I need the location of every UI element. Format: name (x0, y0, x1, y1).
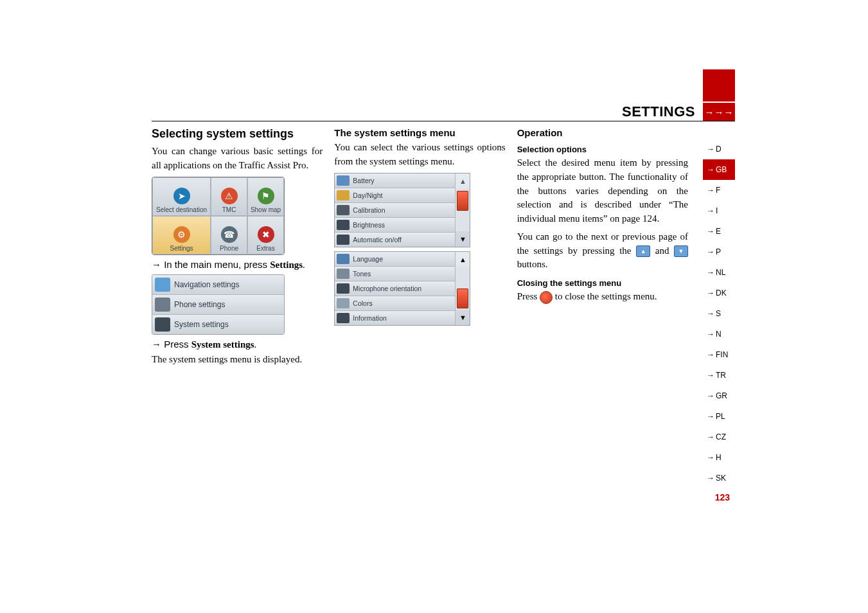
language-item-cz[interactable]: → CZ (703, 427, 735, 447)
sys-row-battery[interactable]: Battery (335, 173, 455, 188)
main-menu-label: Settings (170, 245, 193, 252)
main-menu-label: Show map (251, 206, 281, 213)
scroll-down-icon[interactable]: ▼ (456, 310, 470, 325)
step-arrow-icon: → Press (152, 339, 191, 350)
col1-result: The system settings menu is displayed. (152, 353, 323, 367)
arrow-right-icon: → (707, 474, 714, 483)
language-code: D (716, 145, 722, 154)
col1-heading: Selecting system settings (152, 127, 323, 141)
sys-row-calibration[interactable]: Calibration (335, 203, 455, 218)
selection-options-heading: Selection options (517, 145, 688, 154)
step2-post: . (254, 339, 257, 350)
scroll-up-icon[interactable]: ▲ (456, 173, 470, 189)
sys-row-brightness[interactable]: Brightness (335, 218, 455, 233)
scroll-track[interactable] (456, 189, 470, 231)
settings-row-icon (155, 317, 170, 332)
step-arrow-icon: → In the main menu, press (152, 259, 270, 270)
scroll-down-icon[interactable]: ▼ (456, 231, 470, 247)
arrow-up-icon: ▲ (636, 245, 650, 257)
col3-heading: Operation (517, 127, 688, 138)
sys-row-icon (337, 254, 350, 264)
language-item-e[interactable]: → E (703, 221, 735, 242)
scrollbar: ▲ ▼ (455, 173, 470, 247)
settings-row-phone-settings[interactable]: Phone settings (152, 295, 284, 315)
main-menu-cell-select-destination[interactable]: ➤Select destination (152, 177, 211, 216)
page-number: 123 (715, 492, 730, 502)
language-item-f[interactable]: → F (703, 180, 735, 200)
column-2: The system settings menu You can select … (334, 127, 505, 370)
sys-row-automatic-on/off[interactable]: Automatic on/off (335, 233, 455, 247)
settings-row-system-settings[interactable]: System settings (152, 315, 284, 334)
select-destination-icon: ➤ (173, 188, 190, 204)
main-menu-cell-show-map[interactable]: ⚑Show map (247, 177, 284, 216)
sys-row-icon (337, 298, 350, 308)
language-item-dk[interactable]: → DK (703, 283, 735, 303)
main-menu-label: Phone (220, 245, 238, 252)
sys-row-colors[interactable]: Colors (335, 296, 455, 311)
arrow-right-icon: → (707, 289, 714, 298)
col3-p2: Press to close the settings menu. (517, 290, 688, 304)
language-item-n[interactable]: → N (703, 324, 735, 344)
sys-row-tones[interactable]: Tones (335, 267, 455, 281)
main-menu-cell-phone[interactable]: ☎Phone (211, 216, 247, 254)
column-3: Operation Selection options Select the d… (517, 127, 688, 370)
main-menu-cell-settings[interactable]: ⚙Settings (152, 216, 211, 254)
p2-pre: Press (517, 291, 540, 301)
language-item-s[interactable]: → S (703, 303, 735, 324)
arrow-right-icon: → (707, 371, 714, 380)
main-menu-label: Extras (256, 245, 274, 252)
sys-row-label: Battery (353, 177, 374, 184)
settings-row-navigation-settings[interactable]: Navigation settings (152, 275, 284, 295)
settings-row-label: System settings (174, 320, 229, 329)
language-code: I (716, 206, 718, 215)
language-item-d[interactable]: → D (703, 139, 735, 159)
sys-row-icon (337, 235, 350, 245)
arrow-right-icon: → (707, 391, 714, 400)
sys-row-icon (337, 205, 350, 215)
scroll-thumb[interactable] (457, 289, 468, 308)
col1-step2: → Press System settings. (152, 339, 323, 350)
extras-icon: ✖ (258, 226, 274, 243)
sys-row-icon (337, 190, 350, 200)
main-menu-cell-extras[interactable]: ✖Extras (247, 216, 284, 254)
settings-row-label: Navigation settings (174, 280, 239, 289)
language-item-h[interactable]: → H (703, 447, 735, 468)
sys-row-label: Calibration (353, 206, 385, 214)
sys-row-information[interactable]: Information (335, 311, 455, 325)
language-item-p[interactable]: → P (703, 242, 735, 262)
settings-row-label: Phone settings (174, 300, 225, 309)
sys-row-day/night[interactable]: Day/Night (335, 188, 455, 203)
sys-row-language[interactable]: Language (335, 252, 455, 267)
arrow-right-icon: → (707, 330, 714, 339)
language-item-pl[interactable]: → PL (703, 406, 735, 427)
language-item-gr[interactable]: → GR (703, 386, 735, 406)
scroll-thumb[interactable] (457, 191, 468, 211)
sys-row-label: Language (353, 255, 383, 263)
language-code: TR (716, 371, 726, 380)
col2-intro: You can select the various settings opti… (334, 141, 505, 169)
sys-row-label: Tones (353, 270, 371, 278)
arrow-right-icon: → (707, 227, 714, 236)
language-item-tr[interactable]: → TR (703, 365, 735, 386)
scroll-up-icon[interactable]: ▲ (456, 252, 470, 267)
p1b-post: buttons. (517, 259, 548, 269)
scroll-track[interactable] (456, 267, 470, 310)
language-item-i[interactable]: → I (703, 200, 735, 221)
language-code: GB (716, 165, 727, 174)
sys-row-icon (337, 313, 350, 323)
sys-row-microphone-orientation[interactable]: Microphone orientation (335, 281, 455, 296)
sys-row-label: Microphone orientation (353, 285, 421, 292)
language-item-nl[interactable]: → NL (703, 262, 735, 283)
sys-row-label: Automatic on/off (353, 236, 402, 244)
language-item-fin[interactable]: → FIN (703, 344, 735, 365)
arrow-right-icon: → (707, 309, 714, 318)
language-item-gb[interactable]: → GB (703, 159, 735, 180)
arrow-right-icon: → (707, 247, 714, 256)
arrow-right-icon: → (707, 165, 714, 174)
language-code: PL (716, 412, 725, 421)
language-item-sk[interactable]: → SK (703, 468, 735, 488)
language-code: P (716, 247, 721, 256)
main-menu-cell-tmc[interactable]: ⚠TMC (211, 177, 247, 216)
arrow-right-icon: → (707, 432, 714, 441)
language-code: S (716, 309, 721, 318)
